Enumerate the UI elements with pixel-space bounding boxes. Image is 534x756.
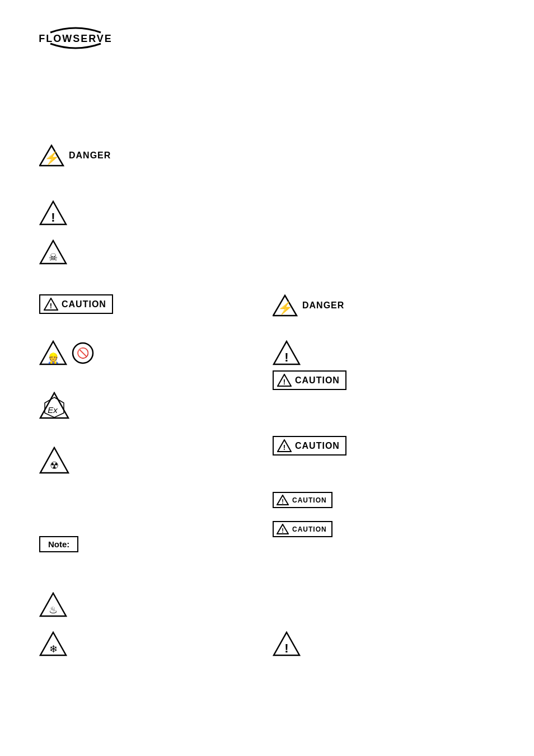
skull-triangle-left: ☠ (39, 240, 67, 265)
flowserve-logo: FLOWSERVE (39, 22, 112, 53)
svg-text:☠: ☠ (49, 252, 58, 263)
svg-text:👷: 👷 (47, 352, 60, 364)
svg-text:Ex: Ex (48, 405, 58, 415)
caution-box-left: ! CAUTION (39, 294, 113, 314)
caution-label-right1: CAUTION (295, 375, 340, 386)
caution-label-right2: CAUTION (295, 441, 340, 451)
svg-text:♨: ♨ (49, 604, 58, 616)
warning-triangle-right: ! (273, 340, 301, 365)
cold-triangle: ❄ (39, 631, 67, 656)
warning-triangle-right-bottom: ! (273, 631, 301, 656)
caution-label-right3: CAUTION (292, 496, 327, 504)
svg-text:⚡: ⚡ (44, 151, 60, 166)
svg-text:FLOWSERVE: FLOWSERVE (39, 33, 112, 44)
svg-text:!: ! (284, 641, 288, 655)
caution-box-right3: ! CAUTION (273, 492, 332, 508)
note-label: Note: (48, 539, 69, 549)
radiation-triangle: ☢ (39, 447, 70, 475)
caution-box-right4: ! CAUTION (273, 521, 332, 537)
svg-text:🚫: 🚫 (77, 347, 90, 359)
svg-text:!: ! (284, 350, 288, 364)
svg-text:⚡: ⚡ (278, 300, 293, 316)
ex-symbol: Ex (39, 392, 70, 420)
note-box: Note: (39, 536, 78, 552)
danger-sign-left: ⚡ DANGER (39, 144, 111, 169)
svg-text:!: ! (50, 302, 52, 310)
svg-text:!: ! (283, 443, 285, 452)
danger-label-left: DANGER (69, 151, 111, 161)
danger-sign-right: ⚡ DANGER (273, 294, 344, 319)
safety-icons-row: 👷 🚫 (39, 340, 94, 368)
caution-box-right1: ! CAUTION (273, 370, 346, 390)
svg-text:☢: ☢ (50, 460, 59, 471)
caution-box-right2: ! CAUTION (273, 436, 346, 456)
heat-triangle: ♨ (39, 592, 67, 617)
svg-text:!: ! (282, 498, 284, 505)
svg-text:!: ! (282, 527, 284, 534)
caution-label-left: CAUTION (62, 299, 106, 309)
caution-label-right4: CAUTION (292, 525, 327, 533)
danger-label-right: DANGER (302, 300, 344, 311)
warning-triangle-left: ! (39, 200, 67, 226)
svg-text:!: ! (51, 210, 55, 224)
svg-text:❄: ❄ (49, 644, 58, 655)
svg-text:!: ! (283, 378, 285, 386)
